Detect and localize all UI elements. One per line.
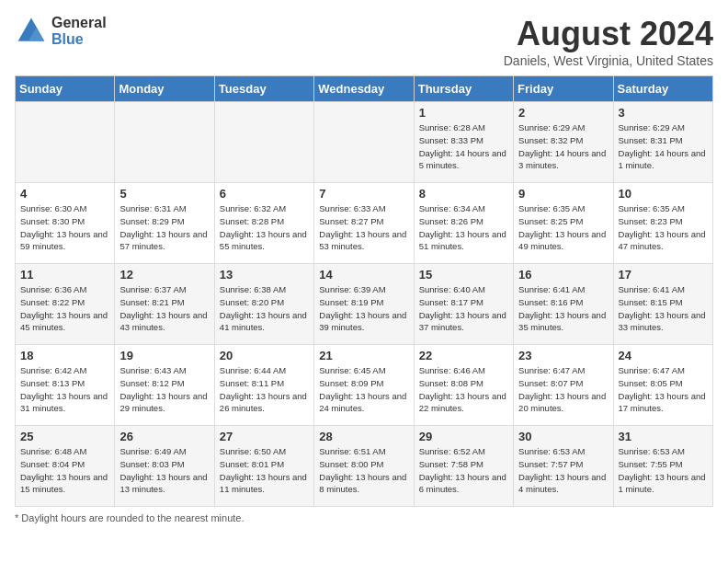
- col-header-friday: Friday: [514, 76, 613, 102]
- calendar-cell: 3Sunrise: 6:29 AM Sunset: 8:31 PM Daylig…: [613, 102, 712, 183]
- col-header-saturday: Saturday: [613, 76, 712, 102]
- calendar-cell: 11Sunrise: 6:36 AM Sunset: 8:22 PM Dayli…: [16, 264, 115, 345]
- calendar-cell: 25Sunrise: 6:48 AM Sunset: 8:04 PM Dayli…: [16, 426, 115, 507]
- day-number: 2: [518, 106, 608, 120]
- day-info: Sunrise: 6:35 AM Sunset: 8:23 PM Dayligh…: [619, 202, 708, 253]
- day-number: 10: [619, 187, 708, 201]
- location: Daniels, West Virginia, United States: [504, 53, 713, 68]
- day-number: 12: [119, 268, 209, 282]
- day-info: Sunrise: 6:43 AM Sunset: 8:12 PM Dayligh…: [119, 364, 209, 415]
- calendar-cell: [16, 102, 115, 183]
- logo-general: General: [51, 15, 107, 31]
- week-row-4: 18Sunrise: 6:42 AM Sunset: 8:13 PM Dayli…: [16, 345, 713, 426]
- day-number: 28: [319, 430, 408, 443]
- header-row: SundayMondayTuesdayWednesdayThursdayFrid…: [16, 76, 713, 102]
- calendar-header: SundayMondayTuesdayWednesdayThursdayFrid…: [16, 76, 713, 102]
- calendar-cell: 18Sunrise: 6:42 AM Sunset: 8:13 PM Dayli…: [16, 345, 115, 426]
- day-number: 30: [518, 430, 608, 443]
- day-number: 1: [419, 106, 508, 120]
- calendar-cell: [214, 102, 313, 183]
- calendar-cell: 23Sunrise: 6:47 AM Sunset: 8:07 PM Dayli…: [514, 345, 613, 426]
- day-info: Sunrise: 6:50 AM Sunset: 8:01 PM Dayligh…: [220, 445, 309, 496]
- day-info: Sunrise: 6:46 AM Sunset: 8:08 PM Dayligh…: [419, 364, 508, 415]
- calendar-cell: 13Sunrise: 6:38 AM Sunset: 8:20 PM Dayli…: [214, 264, 313, 345]
- calendar-table: SundayMondayTuesdayWednesdayThursdayFrid…: [15, 75, 713, 507]
- day-number: 15: [419, 268, 508, 282]
- day-number: 16: [518, 268, 608, 282]
- col-header-monday: Monday: [115, 76, 214, 102]
- calendar-cell: 17Sunrise: 6:41 AM Sunset: 8:15 PM Dayli…: [613, 264, 712, 345]
- day-info: Sunrise: 6:47 AM Sunset: 8:07 PM Dayligh…: [518, 364, 608, 415]
- day-info: Sunrise: 6:48 AM Sunset: 8:04 PM Dayligh…: [20, 445, 109, 496]
- day-number: 6: [220, 187, 309, 201]
- day-info: Sunrise: 6:32 AM Sunset: 8:28 PM Dayligh…: [220, 202, 309, 253]
- calendar-cell: [314, 102, 414, 183]
- calendar-cell: 21Sunrise: 6:45 AM Sunset: 8:09 PM Dayli…: [314, 345, 414, 426]
- day-number: 18: [20, 349, 109, 362]
- footer-label: Daylight hours: [21, 512, 85, 523]
- day-number: 20: [220, 349, 309, 362]
- day-number: 7: [319, 187, 408, 201]
- day-number: 29: [419, 430, 508, 443]
- calendar-cell: 8Sunrise: 6:34 AM Sunset: 8:26 PM Daylig…: [414, 183, 513, 264]
- day-info: Sunrise: 6:36 AM Sunset: 8:22 PM Dayligh…: [20, 283, 109, 334]
- calendar-cell: 27Sunrise: 6:50 AM Sunset: 8:01 PM Dayli…: [214, 426, 313, 507]
- day-number: 23: [518, 349, 608, 362]
- day-info: Sunrise: 6:38 AM Sunset: 8:20 PM Dayligh…: [220, 283, 309, 334]
- calendar-cell: 5Sunrise: 6:31 AM Sunset: 8:29 PM Daylig…: [115, 183, 214, 264]
- day-info: Sunrise: 6:49 AM Sunset: 8:03 PM Dayligh…: [119, 445, 209, 496]
- col-header-sunday: Sunday: [16, 76, 115, 102]
- calendar-cell: 14Sunrise: 6:39 AM Sunset: 8:19 PM Dayli…: [314, 264, 414, 345]
- day-number: 27: [220, 430, 309, 443]
- calendar-cell: 2Sunrise: 6:29 AM Sunset: 8:32 PM Daylig…: [514, 102, 613, 183]
- day-info: Sunrise: 6:33 AM Sunset: 8:27 PM Dayligh…: [319, 202, 408, 253]
- logo-blue: Blue: [51, 31, 107, 48]
- col-header-tuesday: Tuesday: [214, 76, 313, 102]
- calendar-cell: 28Sunrise: 6:51 AM Sunset: 8:00 PM Dayli…: [314, 426, 414, 507]
- calendar-cell: 6Sunrise: 6:32 AM Sunset: 8:28 PM Daylig…: [214, 183, 313, 264]
- day-info: Sunrise: 6:30 AM Sunset: 8:30 PM Dayligh…: [20, 202, 109, 253]
- day-info: Sunrise: 6:47 AM Sunset: 8:05 PM Dayligh…: [619, 364, 708, 415]
- day-number: 9: [518, 187, 608, 201]
- calendar-cell: 26Sunrise: 6:49 AM Sunset: 8:03 PM Dayli…: [115, 426, 214, 507]
- day-number: 25: [20, 430, 109, 443]
- week-row-2: 4Sunrise: 6:30 AM Sunset: 8:30 PM Daylig…: [16, 183, 713, 264]
- week-row-5: 25Sunrise: 6:48 AM Sunset: 8:04 PM Dayli…: [16, 426, 713, 507]
- logo-icon: [15, 15, 48, 48]
- day-number: 24: [619, 349, 708, 362]
- day-number: 11: [20, 268, 109, 282]
- calendar-cell: 29Sunrise: 6:52 AM Sunset: 7:58 PM Dayli…: [414, 426, 513, 507]
- day-info: Sunrise: 6:37 AM Sunset: 8:21 PM Dayligh…: [119, 283, 209, 334]
- day-info: Sunrise: 6:31 AM Sunset: 8:29 PM Dayligh…: [119, 202, 209, 253]
- week-row-1: 1Sunrise: 6:28 AM Sunset: 8:33 PM Daylig…: [16, 102, 713, 183]
- day-number: 17: [619, 268, 708, 282]
- day-info: Sunrise: 6:39 AM Sunset: 8:19 PM Dayligh…: [319, 283, 408, 334]
- calendar-cell: 22Sunrise: 6:46 AM Sunset: 8:08 PM Dayli…: [414, 345, 513, 426]
- day-number: 19: [119, 349, 209, 362]
- calendar-cell: 24Sunrise: 6:47 AM Sunset: 8:05 PM Dayli…: [613, 345, 712, 426]
- day-info: Sunrise: 6:51 AM Sunset: 8:00 PM Dayligh…: [319, 445, 408, 496]
- day-number: 8: [419, 187, 508, 201]
- calendar-cell: 15Sunrise: 6:40 AM Sunset: 8:17 PM Dayli…: [414, 264, 513, 345]
- day-number: 21: [319, 349, 408, 362]
- logo-text: General Blue: [51, 15, 107, 47]
- logo: General Blue: [15, 15, 107, 48]
- calendar-body: 1Sunrise: 6:28 AM Sunset: 8:33 PM Daylig…: [16, 102, 713, 507]
- day-number: 14: [319, 268, 408, 282]
- day-info: Sunrise: 6:34 AM Sunset: 8:26 PM Dayligh…: [419, 202, 508, 253]
- week-row-3: 11Sunrise: 6:36 AM Sunset: 8:22 PM Dayli…: [16, 264, 713, 345]
- calendar-cell: 12Sunrise: 6:37 AM Sunset: 8:21 PM Dayli…: [115, 264, 214, 345]
- day-info: Sunrise: 6:35 AM Sunset: 8:25 PM Dayligh…: [518, 202, 608, 253]
- day-info: Sunrise: 6:41 AM Sunset: 8:15 PM Dayligh…: [619, 283, 708, 334]
- day-info: Sunrise: 6:40 AM Sunset: 8:17 PM Dayligh…: [419, 283, 508, 334]
- page-header: General Blue August 2024 Daniels, West V…: [15, 15, 713, 68]
- calendar-cell: 20Sunrise: 6:44 AM Sunset: 8:11 PM Dayli…: [214, 345, 313, 426]
- day-info: Sunrise: 6:29 AM Sunset: 8:32 PM Dayligh…: [518, 121, 608, 172]
- day-number: 5: [119, 187, 209, 201]
- day-number: 3: [619, 106, 708, 120]
- calendar-cell: 10Sunrise: 6:35 AM Sunset: 8:23 PM Dayli…: [613, 183, 712, 264]
- day-info: Sunrise: 6:52 AM Sunset: 7:58 PM Dayligh…: [419, 445, 508, 496]
- calendar-cell: 31Sunrise: 6:53 AM Sunset: 7:55 PM Dayli…: [613, 426, 712, 507]
- day-info: Sunrise: 6:53 AM Sunset: 7:57 PM Dayligh…: [518, 445, 608, 496]
- day-number: 26: [119, 430, 209, 443]
